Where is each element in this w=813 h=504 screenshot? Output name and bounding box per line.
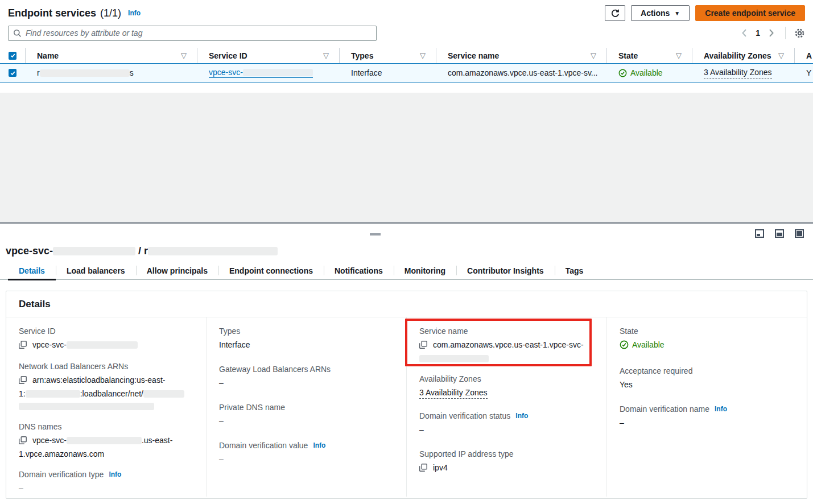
redacted-service-id [243,69,313,76]
table-row[interactable]: rs vpce-svc- Interface com.amazonaws.vpc… [0,63,813,82]
availability-zones-popover-trigger[interactable]: 3 Availability Zones [419,388,488,399]
availability-zones-label: Availability Zones [419,374,481,383]
types-value: Interface [219,340,250,349]
field-availability-zones: Availability Zones 3 Availability Zones [419,374,594,399]
empty-value-dash: – [620,418,624,427]
column-label-name: Name [37,51,59,60]
copy-icon[interactable] [419,464,427,473]
domain-verification-status-info-link[interactable]: Info [515,412,528,420]
page-info-link[interactable]: Info [128,9,141,17]
column-header-types[interactable]: Types ▽ [340,48,436,63]
empty-value-dash: – [219,455,224,464]
refresh-button[interactable] [605,5,625,21]
row-cell-truncated: Y [795,64,813,82]
endpoint-services-table: Name ▽ Service ID ▽ Types ▽ Service name… [0,48,813,82]
state-value: Available [618,68,663,77]
column-label-availability-zones: Availability Zones [704,51,771,60]
resource-count: (1/1) [100,7,121,19]
split-panel-drag-handle[interactable] [370,232,381,236]
row-cell-service-name: com.amazonaws.vpce.us-east-1.vpce-sv... [436,64,607,82]
previous-page-icon[interactable] [741,28,747,38]
page-title: Endpoint services [8,7,96,19]
sort-filter-icon[interactable]: ▽ [420,51,426,60]
panel-tabs: Details Load balancers Allow principals … [0,262,813,280]
acceptance-required-value: Yes [620,380,633,389]
details-column-3: Service name com.amazonaws.vpce.us-east-… [407,317,607,497]
redacted-arn-line3 [19,403,154,410]
details-card-body: Service ID vpce-svc- Network Load Balanc… [6,317,807,497]
details-column-4: State Available Acceptance required [607,317,807,497]
availability-zones-popover-trigger[interactable]: 3 Availability Zones [704,68,772,79]
actions-button[interactable]: Actions ▼ [631,5,690,21]
next-page-icon[interactable] [769,28,774,38]
redacted-service-id-value [67,341,138,349]
redacted-service-name-suffix [419,355,489,362]
sort-filter-icon[interactable]: ▽ [676,51,682,60]
tab-notifications[interactable]: Notifications [324,262,394,279]
field-domain-verification-name: Domain verification name Info – [620,404,794,429]
domain-verification-type-info-link[interactable]: Info [109,470,121,478]
redacted-dns [67,437,142,444]
row-cell-types: Interface [340,64,436,82]
row-cell-name: rs [26,64,197,82]
search-box[interactable] [8,26,377,41]
search-input[interactable] [26,28,372,38]
refresh-icon [610,9,620,18]
create-endpoint-service-button[interactable]: Create endpoint service [695,5,805,21]
column-header-availability-zones[interactable]: Availability Zones ▽ [692,48,795,63]
column-header-service-name[interactable]: Service name ▽ [436,48,607,63]
row-select-cell [0,64,26,82]
panel-size-large-icon[interactable] [795,229,804,238]
service-id-link[interactable]: vpce-svc- [209,68,313,78]
row-truncated-value: Y [806,68,811,77]
row-name-suffix: s [130,68,134,77]
details-card-heading: Details [6,291,807,317]
domain-verification-name-info-link[interactable]: Info [715,405,727,413]
panel-size-medium-icon[interactable] [775,229,784,238]
copy-icon[interactable] [19,377,27,386]
column-header-state[interactable]: State ▽ [607,48,692,63]
nlb-arn-line2-mid: :loadbalancer/net/ [80,389,143,398]
domain-verification-value-info-link[interactable]: Info [313,441,325,449]
service-name-value: com.amazonaws.vpce.us-east-1.vpce-svc- [433,340,584,349]
select-all-checkbox[interactable] [9,52,16,60]
tab-tags[interactable]: Tags [555,262,595,279]
tab-contributor-insights[interactable]: Contributor Insights [456,262,555,279]
search-icon [13,29,22,38]
available-check-icon [620,340,629,349]
dns-names-label: DNS names [19,422,61,431]
field-domain-verification-value: Domain verification value Info – [219,441,394,465]
copy-icon[interactable] [419,341,427,350]
sort-filter-icon[interactable]: ▽ [778,51,784,60]
header-actions: Actions ▼ Create endpoint service [605,5,805,21]
copy-icon[interactable] [19,437,27,446]
domain-verification-status-label: Domain verification status [419,411,510,420]
panel-title: vpce-svc- / r [6,245,278,257]
sort-filter-icon[interactable]: ▽ [323,51,329,60]
row-name-prefix: r [37,68,40,77]
panel-size-controls [755,229,804,238]
tab-monitoring[interactable]: Monitoring [394,262,456,279]
sort-filter-icon[interactable]: ▽ [181,51,187,60]
current-page[interactable]: 1 [756,28,760,38]
row-service-name-value: com.amazonaws.vpce.us-east-1.vpce-sv... [448,68,598,77]
pagination: 1 [741,27,805,39]
tab-allow-principals[interactable]: Allow principals [136,262,218,279]
copy-icon[interactable] [19,341,27,350]
empty-value-dash: – [419,425,424,434]
column-header-service-id[interactable]: Service ID ▽ [197,48,340,63]
table-settings-gear-icon[interactable] [794,28,805,39]
row-checkbox[interactable] [9,69,16,77]
dns-value-mid: .us-east- [142,436,172,445]
column-header-truncated[interactable]: A [795,48,813,63]
tab-load-balancers[interactable]: Load balancers [56,262,136,279]
tab-details[interactable]: Details [8,262,56,279]
sort-filter-icon[interactable]: ▽ [591,51,596,60]
column-label-truncated: A [806,51,812,60]
acceptance-required-label: Acceptance required [620,366,692,375]
tab-endpoint-connections[interactable]: Endpoint connections [218,262,324,279]
field-dns-names: DNS names vpce-svc-.us-east- 1.vpce.amaz… [19,422,193,460]
column-header-name[interactable]: Name ▽ [26,48,197,63]
panel-size-small-icon[interactable] [755,229,764,238]
row-cell-availability-zones: 3 Availability Zones [692,64,795,82]
